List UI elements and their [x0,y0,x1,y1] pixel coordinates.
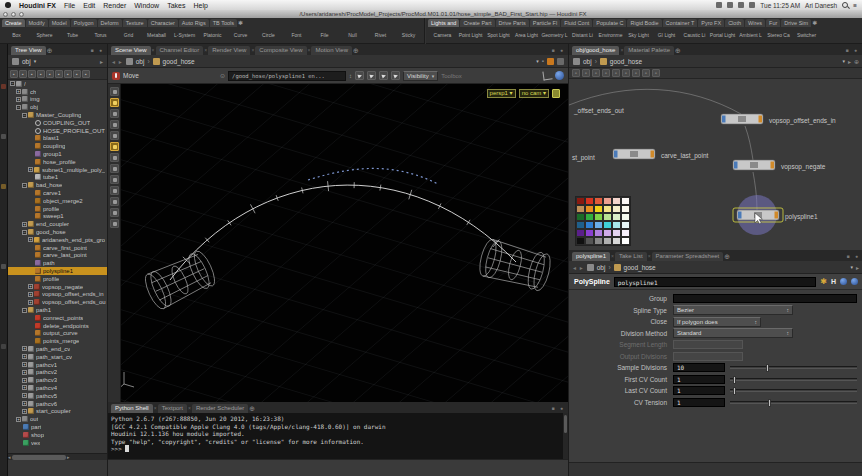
palette-swatch[interactable] [603,197,612,205]
select-shrink-button[interactable] [391,71,400,80]
tree-item-object-merge2[interactable]: object_merge2 [8,197,107,205]
network-tab-obj-good-hose[interactable]: obj/good_hose [572,46,619,55]
tree-item-pathcv6[interactable]: +pathcv6 [8,400,107,408]
palette-swatch[interactable] [621,229,630,237]
tree-item-vopsop-offset-ends-in[interactable]: +vopsop_offset_ends_in [8,291,107,299]
tree-item-profile[interactable]: profile [8,275,107,283]
shell-tab-python-shell[interactable]: Python Shell [111,404,153,413]
select-tool-icon[interactable] [110,87,119,96]
shelf-tab-wires[interactable]: Wires [745,19,765,27]
palette-swatch[interactable] [612,221,621,229]
palette-swatch[interactable] [621,205,630,213]
expand-toggle-icon[interactable]: + [22,409,27,414]
tree-item-pathcv1[interactable]: +pathcv1 [8,361,107,369]
bluetooth-icon[interactable] [716,2,722,8]
shelf-tool-portal-light[interactable]: Portal Light [709,33,736,38]
shelf-tab-rigid-bodie[interactable]: Rigid Bodie [627,19,661,27]
palette-swatch[interactable] [612,205,621,213]
parameters-new-tab-button[interactable]: ⊕ [724,252,730,261]
menu-takes[interactable]: Takes [167,2,185,9]
shelf-tool-platonic[interactable]: Platonic [199,33,226,38]
selection-path-field[interactable]: /good_hose/polyspline1 en... [228,71,346,81]
shelf-tab-cloth[interactable]: Cloth [725,19,744,27]
shelf-tool-curve[interactable]: Curve [227,33,254,38]
tree-item-profile[interactable]: profile [8,205,107,213]
sync-icon[interactable]: ▪ [19,70,27,78]
shelf-tab-drive-parts[interactable]: Drive Parts [496,19,529,27]
grid-snap-icon[interactable] [557,58,564,65]
palette-swatch[interactable] [576,221,585,229]
tree-item-vopsop-negate[interactable]: +vopsop_negate [8,283,107,291]
shelf-tool-torus[interactable]: Torus [87,33,114,38]
collapse-toggle-icon[interactable]: − [22,113,27,118]
show-objects-icon[interactable]: ▪ [55,70,63,78]
menu-user[interactable]: Ari Danesh [805,2,837,9]
grid-snap-icon[interactable]: ▫ [622,69,630,77]
path-dropdown-icon[interactable]: ▾ [536,58,539,64]
param-menu-close[interactable]: If polygon does↕ [673,317,761,327]
tree-item-ch[interactable]: +ch [8,88,107,96]
shelf-tool-metaball[interactable]: Metaball [143,33,170,38]
param-field-cv-tension[interactable]: 1 [673,398,725,407]
scroll-left-icon[interactable]: ◂ [8,454,11,460]
shelf-tab-fur[interactable]: Fur [766,19,780,27]
shell-tab-textport[interactable]: Textport [158,404,187,413]
comb-tool-icon[interactable] [110,197,119,206]
palette-swatch[interactable] [621,213,630,221]
tree-item-hose-profile[interactable]: hose_profile [8,158,107,166]
expand-all-icon[interactable]: ▪ [28,70,36,78]
tree-item-path[interactable]: path [8,259,107,267]
scene-new-tab-button[interactable]: ⊕ [353,46,359,55]
python-shell-output[interactable]: Python 2.6.7 (r267:88850, Jun 20 2012, 1… [108,413,563,459]
palette-swatch[interactable] [585,229,594,237]
tree-item-start-coupler[interactable]: +start_coupler [8,407,107,415]
param-path-obj[interactable]: obj [597,264,606,271]
shelf-tab-polygon[interactable]: Polygon [71,19,97,27]
select-grow-button[interactable] [379,71,388,80]
connectivity-icon[interactable]: ▫ [572,69,580,77]
expand-toggle-icon[interactable]: + [22,222,27,227]
palette-swatch[interactable] [612,197,621,205]
shell-tab-render-scheduler[interactable]: Render Scheduler [192,404,248,413]
tree-item-sweep1[interactable]: sweep1 [8,213,107,221]
volume-icon[interactable] [738,2,744,8]
tree-pane-controls[interactable]: ■ ● [91,46,104,55]
expand-toggle-icon[interactable]: + [16,89,21,94]
viewport-3d[interactable]: persp1 ▾ no cam ▾ [108,84,568,402]
tree-item-pathcv3[interactable]: +pathcv3 [8,376,107,384]
node-name-field[interactable]: polyspline1 [614,277,816,287]
palette-swatch[interactable] [594,205,603,213]
tree-item-blast1[interactable]: blast1 [8,135,107,143]
scene-pane-controls[interactable]: ■ ● [552,46,565,55]
filter-icon[interactable]: ▪ [10,70,18,78]
tree-path-obj[interactable]: obj [22,58,31,65]
shelf-tab-create-part[interactable]: Create Part [460,19,494,27]
path-obj[interactable]: obj [136,58,145,65]
palette-swatch[interactable] [603,221,612,229]
shelf-tool-tube[interactable]: Tube [59,33,86,38]
tree-tab-tree-view[interactable]: Tree View [11,46,46,55]
palette-swatch[interactable] [621,197,630,205]
network-new-tab-button[interactable]: ⊕ [675,46,681,55]
shelf-tab-container-t[interactable]: Container T [663,19,698,27]
window-title-bar[interactable]: /Users/aridanesh/ProcModel_Projects/Proc… [0,10,862,18]
tree-item-tube1[interactable]: tube1 [8,174,107,182]
display-options-globe-icon[interactable] [555,71,564,80]
shelf-tool-grid[interactable]: Grid [115,33,142,38]
select-loop-button[interactable] [367,71,376,80]
shelf-tab-pyro-fx[interactable]: Pyro FX [698,19,724,27]
tree-item-delete-endpoints[interactable]: delete_endpoints [8,322,107,330]
expand-toggle-icon[interactable]: + [28,237,33,242]
notification-center-icon[interactable]: ≡ [853,2,857,9]
expand-toggle-icon[interactable]: + [22,362,27,367]
parameters-tab-take-list[interactable]: Take List [615,252,647,261]
palette-swatch[interactable] [585,237,594,245]
expand-toggle-icon[interactable]: + [28,284,33,289]
scroll-thumb[interactable] [564,415,567,433]
path-history-icons[interactable]: ◂ ▸ [573,264,584,271]
collapse-all-icon[interactable]: ▪ [37,70,45,78]
palette-swatch[interactable] [621,221,630,229]
shelf-tool-gi-light[interactable]: GI Light [653,33,680,38]
menu-edit[interactable]: Edit [83,2,95,9]
shelf-tab-character[interactable]: Character [148,19,178,27]
